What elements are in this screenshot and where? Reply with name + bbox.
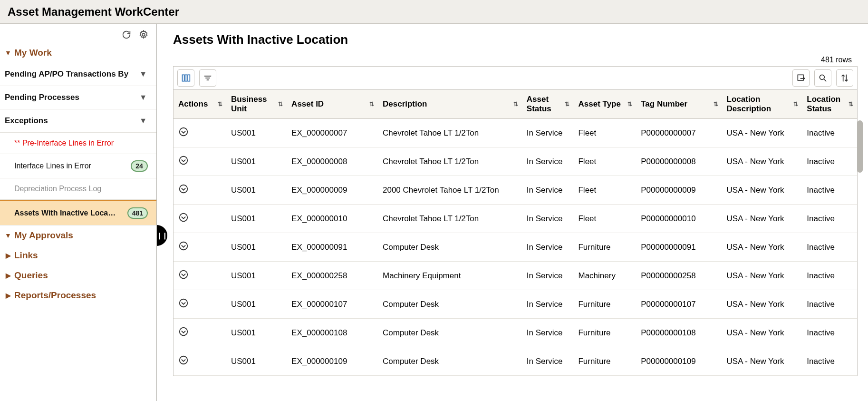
cell-description: Computer Desk	[378, 319, 522, 347]
nav-section-my-work[interactable]: ▼ My Work	[0, 43, 156, 63]
cell-asset-id: EX_000000091	[287, 233, 378, 262]
columns-button[interactable]	[177, 69, 194, 87]
col-asset-type[interactable]: Asset Type⇅	[573, 90, 636, 119]
cell-location-description: USA - New York	[722, 233, 802, 262]
nav-section-reports[interactable]: ▶ Reports/Processes	[0, 285, 156, 305]
table-row: US001 EX_000000009 2000 Chevrolet Tahoe …	[174, 176, 857, 205]
cell-asset-status: In Service	[522, 233, 574, 262]
row-actions-menu-icon[interactable]	[178, 127, 189, 137]
col-tag-number[interactable]: Tag Number⇅	[636, 90, 722, 119]
chevron-down-icon: ▼	[5, 49, 11, 57]
cell-tag-number: P00000000109	[636, 347, 722, 376]
nav-item-exceptions[interactable]: Exceptions ▼	[0, 109, 156, 133]
col-actions[interactable]: Actions⇅	[174, 90, 226, 119]
row-actions-menu-icon[interactable]	[178, 269, 189, 280]
col-location-description[interactable]: Location Description⇅	[722, 90, 802, 119]
nav-sub-interface-errors[interactable]: Interface Lines in Error 24	[0, 154, 156, 178]
cell-tag-number: P00000000008	[636, 147, 722, 176]
row-actions-menu-icon[interactable]	[178, 212, 189, 223]
nav-section-my-approvals[interactable]: ▼ My Approvals	[0, 225, 156, 245]
table-row: US001 EX_000000107 Computer Desk In Serv…	[174, 290, 857, 319]
cell-business-unit: US001	[226, 290, 287, 319]
cell-description: Computer Desk	[378, 347, 522, 376]
svg-point-9	[820, 75, 824, 79]
row-actions-menu-icon[interactable]	[178, 298, 189, 308]
sort-icon: ⇅	[627, 101, 632, 108]
cell-asset-type: Fleet	[573, 176, 636, 205]
sort-icon: ⇅	[513, 101, 518, 108]
row-actions-menu-icon[interactable]	[178, 355, 189, 365]
col-location-status[interactable]: Location Status⇅	[802, 90, 857, 119]
gear-icon[interactable]	[137, 29, 150, 41]
cell-description: Chevrolet Tahoe LT 1/2Ton	[378, 119, 522, 147]
nav-section-queries[interactable]: ▶ Queries	[0, 265, 156, 285]
chevron-right-icon: ▶	[5, 292, 11, 299]
cell-asset-status: In Service	[522, 319, 574, 347]
cell-asset-status: In Service	[522, 347, 574, 376]
row-actions-menu-icon[interactable]	[178, 326, 189, 337]
page-title: Assets With Inactive Location	[173, 32, 863, 47]
cell-tag-number: P00000000258	[636, 262, 722, 290]
row-actions-menu-icon[interactable]	[178, 241, 189, 251]
sort-icon: ⇅	[849, 101, 853, 108]
table-row: US001 EX_000000010 Chevrolet Tahoe LT 1/…	[174, 205, 857, 233]
cell-tag-number: P00000000010	[636, 205, 722, 233]
nav-sub-pre-interface-errors[interactable]: ** Pre-Interface Lines in Error	[0, 133, 156, 154]
scrollbar-thumb[interactable]	[857, 120, 863, 173]
cell-business-unit: US001	[226, 147, 287, 176]
sort-button[interactable]	[836, 69, 853, 87]
svg-point-12	[180, 156, 188, 165]
svg-rect-1	[183, 75, 184, 81]
nav-label: Queries	[14, 270, 48, 281]
cell-location-description: USA - New York	[722, 290, 802, 319]
col-description[interactable]: Description⇅	[378, 90, 522, 119]
col-business-unit[interactable]: Business Unit⇅	[226, 90, 287, 119]
nav-item-label: Pending AP/PO Transactions By	[5, 69, 128, 79]
svg-point-0	[142, 33, 145, 36]
cell-asset-status: In Service	[522, 119, 574, 147]
nav-item-pending-processes[interactable]: Pending Processes ▼	[0, 86, 156, 109]
row-count-label: 481 rows	[173, 56, 863, 64]
row-actions-menu-icon[interactable]	[178, 155, 189, 166]
col-asset-status[interactable]: Asset Status⇅	[522, 90, 574, 119]
cell-asset-id: EX_000000109	[287, 347, 378, 376]
col-asset-id[interactable]: Asset ID⇅	[287, 90, 378, 119]
refresh-icon[interactable]	[120, 29, 133, 41]
nav-section-links[interactable]: ▶ Links	[0, 245, 156, 265]
cell-asset-id: EX_000000107	[287, 290, 378, 319]
cell-asset-id: EX_000000108	[287, 319, 378, 347]
cell-asset-type: Fleet	[573, 119, 636, 147]
svg-point-18	[180, 328, 188, 336]
export-button[interactable]	[792, 69, 810, 87]
filter-button[interactable]	[199, 69, 216, 87]
cell-description: Chevrolet Tahoe LT 1/2Ton	[378, 147, 522, 176]
nav-item-pending-ap-po[interactable]: Pending AP/PO Transactions By ▼	[0, 63, 156, 86]
cell-tag-number: P00000000009	[636, 176, 722, 205]
cell-location-description: USA - New York	[722, 176, 802, 205]
cell-location-status: Inactive	[802, 233, 857, 262]
cell-asset-type: Furniture	[573, 233, 636, 262]
table-row: US001 EX_000000258 Machinery Equipment I…	[174, 262, 857, 290]
cell-asset-type: Fleet	[573, 205, 636, 233]
svg-point-13	[180, 185, 188, 193]
search-button[interactable]	[814, 69, 831, 87]
nav-sub-assets-inactive-location[interactable]: Assets With Inactive Loca… 481	[0, 200, 156, 225]
cell-location-description: USA - New York	[722, 347, 802, 376]
cell-location-description: USA - New York	[722, 262, 802, 290]
table-row: US001 EX_000000008 Chevrolet Tahoe LT 1/…	[174, 147, 857, 176]
nav-sub-label: Depreciation Process Log	[14, 185, 101, 193]
row-actions-menu-icon[interactable]	[178, 184, 189, 194]
count-badge: 481	[127, 207, 148, 219]
nav-sub-depreciation-log[interactable]: Depreciation Process Log	[0, 178, 156, 200]
nav-item-label: Pending Processes	[5, 93, 79, 102]
cell-asset-status: In Service	[522, 262, 574, 290]
cell-tag-number: P00000000107	[636, 290, 722, 319]
cell-location-description: USA - New York	[722, 319, 802, 347]
cell-asset-type: Furniture	[573, 347, 636, 376]
svg-point-11	[180, 128, 188, 136]
svg-point-15	[180, 242, 188, 250]
svg-point-14	[180, 214, 188, 222]
cell-tag-number: P00000000007	[636, 119, 722, 147]
svg-rect-7	[798, 75, 803, 80]
cell-tag-number: P00000000091	[636, 233, 722, 262]
